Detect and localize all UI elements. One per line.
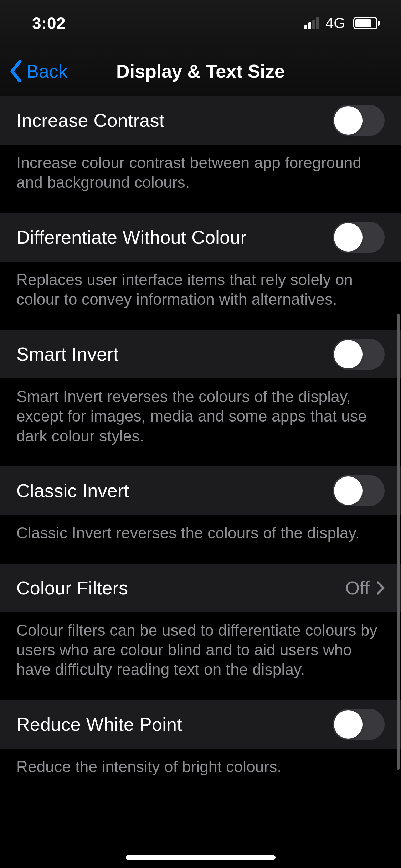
differentiate-without-colour-toggle[interactable] xyxy=(333,222,385,253)
classic-invert-footer: Classic Invert reverses the colours of t… xyxy=(0,515,401,563)
scrollbar-indicator[interactable] xyxy=(397,314,400,770)
status-bar: 3:02 4G xyxy=(0,0,401,46)
increase-contrast-footer: Increase colour contrast between app for… xyxy=(0,145,401,213)
increase-contrast-toggle[interactable] xyxy=(333,105,385,136)
status-right: 4G xyxy=(304,15,380,32)
classic-invert-label: Classic Invert xyxy=(16,480,129,501)
page-title: Display & Text Size xyxy=(116,61,285,82)
colour-filters-cell[interactable]: Colour Filters Off xyxy=(0,564,401,613)
back-button[interactable]: Back xyxy=(0,60,68,82)
classic-invert-cell[interactable]: Classic Invert xyxy=(0,466,401,515)
smart-invert-toggle[interactable] xyxy=(333,339,385,370)
settings-list: Increase Contrast Increase colour contra… xyxy=(0,96,401,797)
differentiate-without-colour-cell[interactable]: Differentiate Without Colour xyxy=(0,213,401,262)
chevron-left-icon xyxy=(9,60,23,82)
colour-filters-value: Off xyxy=(345,577,370,599)
chevron-right-icon xyxy=(377,581,385,595)
reduce-white-point-cell[interactable]: Reduce White Point xyxy=(0,700,401,749)
differentiate-without-colour-label: Differentiate Without Colour xyxy=(16,227,247,248)
classic-invert-toggle[interactable] xyxy=(333,475,385,506)
smart-invert-label: Smart Invert xyxy=(16,343,119,365)
status-time: 3:02 xyxy=(32,14,66,33)
colour-filters-label: Colour Filters xyxy=(16,577,128,599)
increase-contrast-label: Increase Contrast xyxy=(16,110,165,131)
battery-icon xyxy=(353,17,380,29)
reduce-white-point-footer: Reduce the intensity of bright colours. xyxy=(0,749,401,797)
reduce-white-point-toggle[interactable] xyxy=(333,709,385,740)
smart-invert-footer: Smart Invert reverses the colours of the… xyxy=(0,379,401,466)
network-type: 4G xyxy=(325,15,345,32)
back-label: Back xyxy=(26,61,68,82)
home-indicator[interactable] xyxy=(126,855,276,860)
reduce-white-point-label: Reduce White Point xyxy=(16,714,182,735)
navigation-bar: Back Display & Text Size xyxy=(0,46,401,96)
cellular-signal-icon xyxy=(304,17,319,29)
increase-contrast-cell[interactable]: Increase Contrast xyxy=(0,96,401,145)
colour-filters-footer: Colour filters can be used to differenti… xyxy=(0,613,401,700)
differentiate-without-colour-footer: Replaces user interface items that rely … xyxy=(0,262,401,330)
smart-invert-cell[interactable]: Smart Invert xyxy=(0,330,401,379)
